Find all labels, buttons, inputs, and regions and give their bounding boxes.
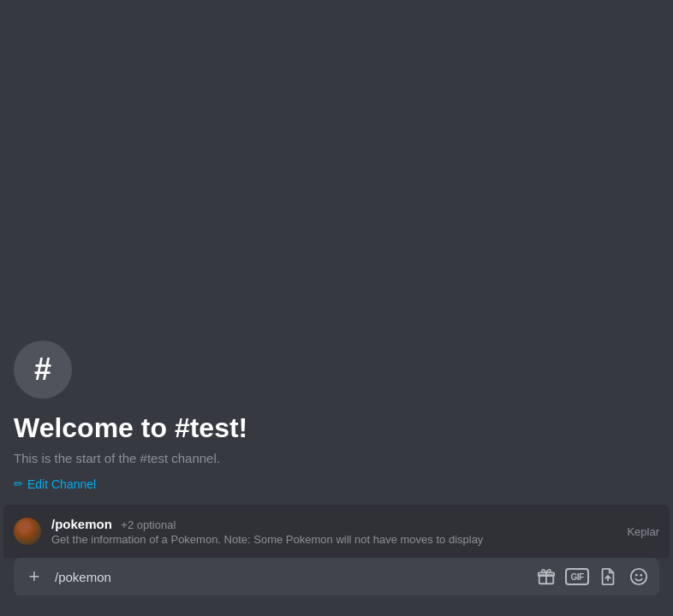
message-bar: + GIF (14, 558, 659, 595)
hash-icon: # (34, 354, 51, 385)
upload-icon (599, 567, 617, 586)
main-content: # Welcome to #test! This is the start of… (0, 0, 673, 505)
plus-icon: + (29, 566, 40, 588)
welcome-subtitle: This is the start of the #test channel. (14, 451, 659, 465)
gif-button[interactable]: GIF (563, 563, 591, 590)
emoji-icon (629, 567, 648, 586)
autocomplete-item[interactable]: /pokemon +2 optional Get the information… (3, 512, 670, 551)
gift-icon (537, 567, 556, 586)
edit-channel-label: Edit Channel (27, 477, 96, 491)
edit-channel-button[interactable]: ✏ Edit Channel (14, 477, 96, 491)
autocomplete-text: /pokemon +2 optional Get the information… (51, 517, 606, 546)
svg-point-4 (640, 574, 642, 577)
autocomplete-avatar (14, 518, 41, 545)
message-actions: GIF (533, 563, 652, 590)
svg-point-3 (635, 574, 638, 577)
gif-icon: GIF (565, 568, 589, 585)
channel-icon: # (14, 341, 72, 399)
gift-button[interactable] (533, 563, 560, 590)
channel-welcome: # Welcome to #test! This is the start of… (14, 341, 659, 505)
autocomplete-description: Get the information of a Pokemon. Note: … (51, 533, 606, 546)
message-input[interactable] (48, 560, 533, 594)
autocomplete-avatar-image (14, 518, 41, 545)
autocomplete-popup: /pokemon +2 optional Get the information… (3, 505, 670, 558)
edit-icon: ✏ (14, 477, 23, 490)
autocomplete-app-name: Keplar (616, 525, 659, 538)
emoji-button[interactable] (625, 563, 652, 590)
autocomplete-command: /pokemon (51, 517, 112, 531)
welcome-title: Welcome to #test! (14, 412, 659, 444)
autocomplete-optional: +2 optional (121, 518, 176, 531)
autocomplete-command-line: /pokemon +2 optional (51, 517, 606, 532)
add-content-button[interactable]: + (21, 563, 48, 590)
svg-point-2 (631, 569, 646, 584)
upload-button[interactable] (594, 563, 622, 590)
